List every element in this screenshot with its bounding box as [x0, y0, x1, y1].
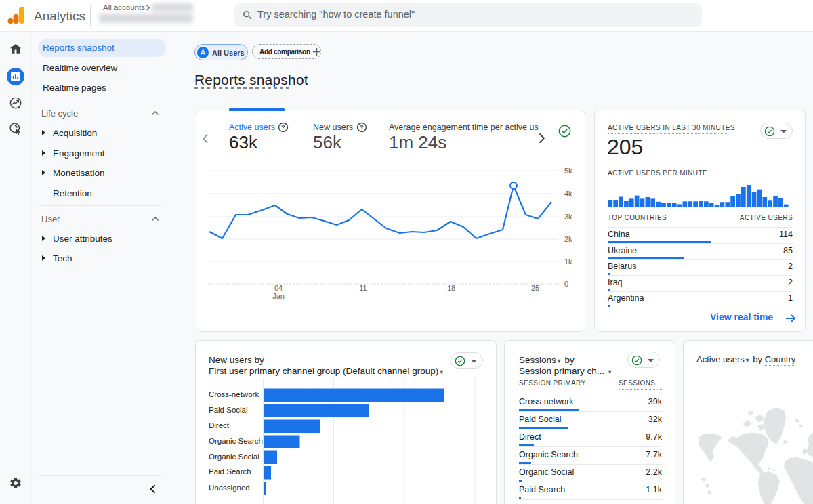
- svg-text:3k: 3k: [564, 213, 572, 221]
- svg-text:04: 04: [274, 284, 283, 292]
- svg-text:1k: 1k: [564, 257, 572, 266]
- svg-text:4k: 4k: [564, 190, 572, 198]
- svg-text:?: ?: [281, 123, 285, 131]
- svg-text:2k: 2k: [564, 235, 572, 243]
- svg-text:25: 25: [531, 284, 539, 292]
- svg-text:?: ?: [360, 123, 364, 131]
- svg-text:5k: 5k: [564, 167, 572, 175]
- svg-text:0: 0: [564, 280, 568, 288]
- svg-text:Jan: Jan: [272, 292, 285, 300]
- svg-text:18: 18: [447, 284, 455, 292]
- svg-text:11: 11: [359, 284, 367, 292]
